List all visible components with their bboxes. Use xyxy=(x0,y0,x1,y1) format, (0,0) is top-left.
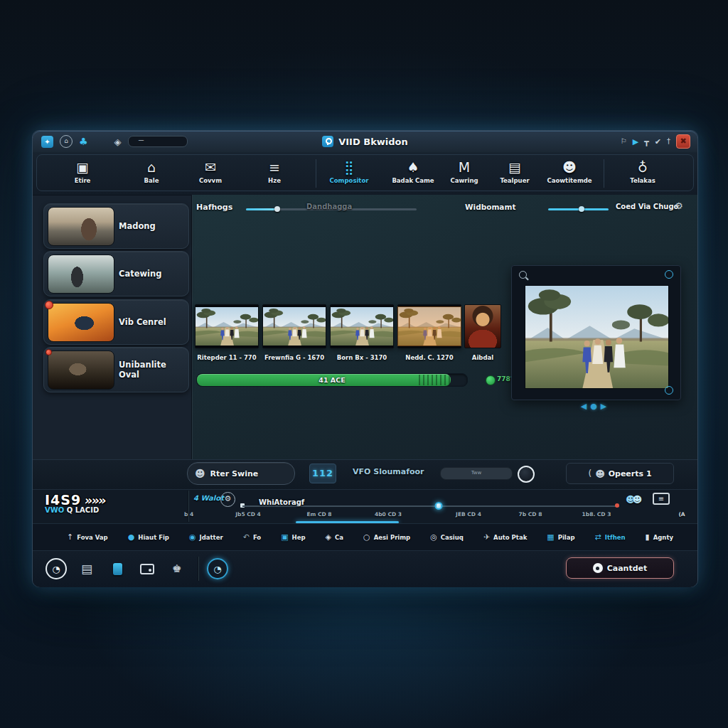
corner-circle-icon[interactable] xyxy=(665,270,673,279)
tool-casiuq[interactable]: ◎Casiuq xyxy=(430,532,464,542)
pin-icon: ♁ xyxy=(609,159,677,176)
tool-hiaut-fip[interactable]: ●Hiaut Fip xyxy=(128,532,169,542)
preview-frame[interactable] xyxy=(525,285,669,389)
tool-itfhen[interactable]: ⇄Itfhen xyxy=(595,532,626,542)
media-card-catewing[interactable]: Catewing xyxy=(43,251,189,296)
bottombar-divider xyxy=(198,557,198,581)
screen-icon: ▣ xyxy=(48,159,117,176)
controls-strip: ☻ Rter Swine 112 VFO Sloumafoor Tww ( ☻ … xyxy=(33,459,697,490)
presets-button[interactable]: ( ☻ Opeerts 1 xyxy=(566,463,674,484)
tool-jdatter[interactable]: ◉Jdatter xyxy=(189,532,223,542)
tab-label: Bale xyxy=(117,177,186,184)
gear-icon[interactable]: ⚙ xyxy=(675,201,683,210)
tick-label: Jb5 CD 4 xyxy=(235,511,261,518)
level-badge[interactable]: 112 xyxy=(309,464,336,483)
tab-label: Etire xyxy=(48,177,117,184)
person-circle-icon: ☻ xyxy=(195,469,205,478)
person-icon: ☻ xyxy=(535,159,604,176)
document-button[interactable]: ▤ xyxy=(76,558,97,579)
tick-label: JEB CD 4 xyxy=(456,511,481,518)
mini-slider[interactable]: Tww xyxy=(440,467,513,480)
clip-caption: Born Bx - 3170 xyxy=(330,354,394,361)
preview-panel xyxy=(511,265,681,400)
presets-button-label: Opeerts 1 xyxy=(609,469,652,478)
filmstrip-clip-3[interactable]: Born Bx - 3170 xyxy=(330,304,394,348)
tool-hep[interactable]: ▣Hep xyxy=(281,532,305,542)
timeline-gear-icon[interactable]: ⚙ xyxy=(220,492,235,507)
preview-player-controls: ◀●▶ xyxy=(511,402,680,411)
corner-circle-icon[interactable] xyxy=(665,386,673,395)
tab-label: Covvm xyxy=(176,177,245,184)
chevrons-icon: »»» xyxy=(84,493,107,508)
next-icon[interactable]: ▶ xyxy=(601,402,610,411)
close-button[interactable]: ✖ xyxy=(676,134,690,149)
clip-caption: Frewnfia G - 1670 xyxy=(262,354,326,361)
media-card-unibanlite[interactable]: Unibanlite Oval xyxy=(43,347,189,392)
tick-label: 1b8. CD 3 xyxy=(582,511,611,518)
play-icon[interactable]: ▶ xyxy=(633,138,638,146)
knob-button[interactable] xyxy=(518,466,535,483)
timer-button[interactable]: ◔ xyxy=(207,558,228,579)
collaborators-icon[interactable]: ☻☻ xyxy=(626,492,642,505)
slider-fill xyxy=(246,208,277,210)
screen-button[interactable] xyxy=(136,558,158,579)
clip-caption: Ritepder 11 - 770 xyxy=(195,354,259,361)
tab-etire[interactable]: ▣ Etire xyxy=(48,159,117,184)
flag-icon[interactable]: ⚐ xyxy=(621,138,627,145)
filmstrip-clip-1[interactable]: Ritepder 11 - 770 xyxy=(195,304,259,348)
slider-knob[interactable] xyxy=(579,206,584,212)
tool-auto-ptak[interactable]: ✈Auto Ptak xyxy=(483,532,527,542)
tab-hze[interactable]: ≡ Hze xyxy=(240,159,309,184)
progress-label: 41 ACE xyxy=(197,374,467,386)
export-button-label: Caantdet xyxy=(607,564,648,573)
scene-image xyxy=(263,307,326,346)
clock-button[interactable]: ◔ xyxy=(46,558,67,579)
tab-compositor[interactable]: ⣿ Compositor xyxy=(315,159,383,184)
tool-fova-vap[interactable]: ↑Fova Vap xyxy=(67,532,108,542)
header-left-label: Hafhogs xyxy=(196,203,232,212)
filmstrip-clip-5[interactable]: Aibdal xyxy=(464,304,501,348)
vfo-label: VFO Sloumafoor xyxy=(353,467,424,476)
tool-row: ↑Fova Vap ●Hiaut Fip ◉Jdatter ↶Fo ▣Hep ◈… xyxy=(33,523,697,550)
header-slider-b[interactable] xyxy=(548,208,609,210)
media-card-madong[interactable]: Madong xyxy=(43,203,189,249)
target-icon: ◉ xyxy=(189,532,196,542)
prev-icon[interactable]: ◀ xyxy=(581,402,590,411)
crown-button[interactable]: ♚ xyxy=(166,558,188,579)
plane-icon: ✈ xyxy=(483,532,490,542)
bar-icon: ▮ xyxy=(646,532,650,542)
printer-icon: ≡ xyxy=(240,159,309,176)
tab-caowtitemde[interactable]: ☻ Caowtitemde xyxy=(535,159,604,184)
slider-knob[interactable] xyxy=(274,206,280,212)
media-card-label: Madong xyxy=(119,204,156,248)
tab-telakas[interactable]: ♁ Telakas xyxy=(609,159,677,184)
media-card-vib-cenrel[interactable]: Vib Cenrel xyxy=(43,299,189,345)
tool-fo[interactable]: ↶Fo xyxy=(243,532,262,542)
tool-agnty[interactable]: ▮Agnty xyxy=(646,532,673,542)
tool-ca[interactable]: ◈Ca xyxy=(326,532,343,542)
tool-aesi-primp[interactable]: ○Aesi Primp xyxy=(363,532,410,542)
tab-label: Hze xyxy=(240,177,309,184)
monitor-icon[interactable]: ≡ xyxy=(653,493,670,505)
wordmark-text: I4S9 xyxy=(45,492,81,508)
playhead-handle[interactable] xyxy=(434,502,442,510)
clip-caption: Aibdal xyxy=(464,354,501,361)
filmstrip-clip-2[interactable]: Frewnfia G - 1670 xyxy=(262,304,326,348)
toolbar-divider xyxy=(604,159,604,188)
filmstrip-clip-4[interactable]: Nedd. C. 1270 xyxy=(397,304,461,348)
filter-button[interactable]: ☻ Rter Swine xyxy=(187,462,295,485)
stop-icon[interactable]: ● xyxy=(590,402,601,411)
minimize-icon[interactable]: ┳ xyxy=(644,138,649,146)
grid-icon: ▦ xyxy=(547,532,554,542)
tab-bale[interactable]: ⌂ Bale xyxy=(117,159,186,184)
magnifier-icon[interactable] xyxy=(519,271,527,279)
track-end-marker xyxy=(615,503,619,508)
app-window: ✦ ⌂ ♣ ◈ — VIID Bkwidon ⚐ ▶ ┳ ✔ † ✖ ▣ Eti… xyxy=(32,130,698,587)
panel-icon: ▣ xyxy=(281,532,288,542)
bin-button[interactable] xyxy=(107,558,128,579)
tool-pilap[interactable]: ▦Pilap xyxy=(547,532,574,542)
tab-covvm[interactable]: ✉ Covvm xyxy=(176,159,245,184)
export-button[interactable]: Caantdet xyxy=(566,557,674,579)
check-icon[interactable]: ✔ xyxy=(655,138,661,146)
cursor-icon[interactable]: † xyxy=(667,138,670,145)
